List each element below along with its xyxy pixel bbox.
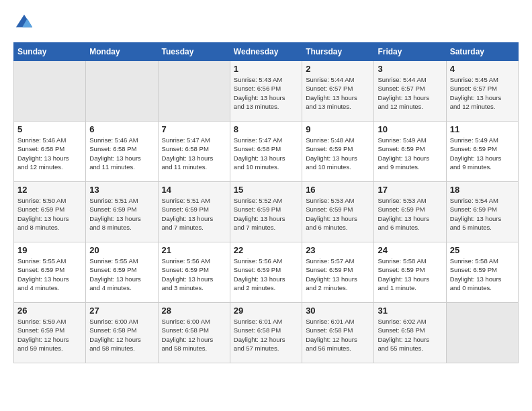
- day-info: Sunrise: 6:02 AM Sunset: 6:58 PM Dayligh…: [378, 317, 442, 353]
- day-number: 16: [306, 185, 370, 195]
- day-number: 11: [450, 124, 515, 134]
- day-number: 19: [17, 245, 82, 255]
- day-number: 5: [17, 124, 82, 134]
- day-number: 13: [89, 185, 154, 195]
- table-row: 28Sunrise: 6:00 AM Sunset: 6:58 PM Dayli…: [158, 303, 230, 363]
- day-info: Sunrise: 6:01 AM Sunset: 6:58 PM Dayligh…: [234, 317, 298, 353]
- day-number: 12: [17, 185, 82, 195]
- table-row: 6Sunrise: 5:46 AM Sunset: 6:58 PM Daylig…: [86, 122, 158, 182]
- table-row: 24Sunrise: 5:58 AM Sunset: 6:59 PM Dayli…: [374, 242, 446, 303]
- table-row: 10Sunrise: 5:49 AM Sunset: 6:59 PM Dayli…: [374, 122, 446, 182]
- calendar-week-4: 19Sunrise: 5:55 AM Sunset: 6:59 PM Dayli…: [14, 242, 519, 303]
- table-row: 16Sunrise: 5:53 AM Sunset: 6:59 PM Dayli…: [302, 182, 374, 242]
- day-number: 4: [450, 64, 515, 74]
- weekday-header-thursday: Thursday: [302, 43, 374, 61]
- table-row: [86, 61, 158, 122]
- day-info: Sunrise: 5:55 AM Sunset: 6:59 PM Dayligh…: [89, 257, 154, 292]
- day-info: Sunrise: 5:54 AM Sunset: 6:59 PM Dayligh…: [450, 196, 515, 232]
- table-row: 17Sunrise: 5:53 AM Sunset: 6:59 PM Dayli…: [374, 182, 446, 242]
- table-row: 21Sunrise: 5:56 AM Sunset: 6:59 PM Dayli…: [158, 242, 230, 303]
- day-number: 15: [234, 185, 298, 195]
- weekday-header-sunday: Sunday: [14, 43, 86, 61]
- table-row: 5Sunrise: 5:46 AM Sunset: 6:58 PM Daylig…: [14, 122, 86, 182]
- logo-icon: [15, 13, 34, 32]
- day-info: Sunrise: 5:51 AM Sunset: 6:59 PM Dayligh…: [162, 196, 226, 232]
- day-info: Sunrise: 5:46 AM Sunset: 6:58 PM Dayligh…: [17, 136, 82, 171]
- calendar-week-5: 26Sunrise: 5:59 AM Sunset: 6:59 PM Dayli…: [14, 303, 519, 363]
- weekday-header-row: SundayMondayTuesdayWednesdayThursdayFrid…: [14, 43, 519, 61]
- weekday-header-monday: Monday: [86, 43, 158, 61]
- day-info: Sunrise: 5:45 AM Sunset: 6:57 PM Dayligh…: [450, 75, 515, 111]
- day-info: Sunrise: 5:53 AM Sunset: 6:59 PM Dayligh…: [378, 196, 442, 232]
- weekday-header-friday: Friday: [374, 43, 446, 61]
- day-number: 30: [306, 306, 370, 316]
- day-info: Sunrise: 5:43 AM Sunset: 6:56 PM Dayligh…: [234, 75, 298, 111]
- day-info: Sunrise: 5:46 AM Sunset: 6:58 PM Dayligh…: [89, 136, 154, 171]
- day-number: 21: [162, 245, 226, 255]
- day-info: Sunrise: 5:44 AM Sunset: 6:57 PM Dayligh…: [378, 75, 442, 111]
- weekday-header-saturday: Saturday: [446, 43, 518, 61]
- table-row: 20Sunrise: 5:55 AM Sunset: 6:59 PM Dayli…: [86, 242, 158, 303]
- day-number: 3: [378, 64, 442, 74]
- table-row: 15Sunrise: 5:52 AM Sunset: 6:59 PM Dayli…: [230, 182, 302, 242]
- logo: [13, 13, 34, 36]
- day-number: 10: [378, 124, 442, 134]
- table-row: 7Sunrise: 5:47 AM Sunset: 6:58 PM Daylig…: [158, 122, 230, 182]
- table-row: 4Sunrise: 5:45 AM Sunset: 6:57 PM Daylig…: [446, 61, 518, 122]
- day-info: Sunrise: 5:56 AM Sunset: 6:59 PM Dayligh…: [162, 257, 226, 292]
- table-row: [446, 303, 518, 363]
- table-row: 3Sunrise: 5:44 AM Sunset: 6:57 PM Daylig…: [374, 61, 446, 122]
- table-row: 27Sunrise: 6:00 AM Sunset: 6:58 PM Dayli…: [86, 303, 158, 363]
- day-number: 29: [234, 306, 298, 316]
- day-info: Sunrise: 5:47 AM Sunset: 6:58 PM Dayligh…: [162, 136, 226, 171]
- day-info: Sunrise: 5:52 AM Sunset: 6:59 PM Dayligh…: [234, 196, 298, 232]
- table-row: 14Sunrise: 5:51 AM Sunset: 6:59 PM Dayli…: [158, 182, 230, 242]
- calendar-table: SundayMondayTuesdayWednesdayThursdayFrid…: [13, 42, 519, 363]
- day-number: 1: [234, 64, 298, 74]
- calendar-week-2: 5Sunrise: 5:46 AM Sunset: 6:58 PM Daylig…: [14, 122, 519, 182]
- day-number: 7: [162, 124, 226, 134]
- day-info: Sunrise: 6:01 AM Sunset: 6:58 PM Dayligh…: [306, 317, 370, 353]
- table-row: 25Sunrise: 5:58 AM Sunset: 6:59 PM Dayli…: [446, 242, 518, 303]
- day-info: Sunrise: 5:47 AM Sunset: 6:58 PM Dayligh…: [234, 136, 298, 171]
- day-number: 8: [234, 124, 298, 134]
- weekday-header-wednesday: Wednesday: [230, 43, 302, 61]
- day-number: 9: [306, 124, 370, 134]
- day-info: Sunrise: 5:48 AM Sunset: 6:59 PM Dayligh…: [306, 136, 370, 171]
- weekday-header-tuesday: Tuesday: [158, 43, 230, 61]
- table-row: 29Sunrise: 6:01 AM Sunset: 6:58 PM Dayli…: [230, 303, 302, 363]
- table-row: 11Sunrise: 5:49 AM Sunset: 6:59 PM Dayli…: [446, 122, 518, 182]
- day-number: 17: [378, 185, 442, 195]
- day-number: 26: [17, 306, 82, 316]
- calendar-week-1: 1Sunrise: 5:43 AM Sunset: 6:56 PM Daylig…: [14, 61, 519, 122]
- page-header: [13, 13, 519, 36]
- day-info: Sunrise: 5:58 AM Sunset: 6:59 PM Dayligh…: [450, 257, 515, 292]
- day-info: Sunrise: 5:55 AM Sunset: 6:59 PM Dayligh…: [17, 257, 82, 292]
- day-number: 23: [306, 245, 370, 255]
- table-row: 23Sunrise: 5:57 AM Sunset: 6:59 PM Dayli…: [302, 242, 374, 303]
- day-number: 18: [450, 185, 515, 195]
- day-info: Sunrise: 5:57 AM Sunset: 6:59 PM Dayligh…: [306, 257, 370, 292]
- table-row: 12Sunrise: 5:50 AM Sunset: 6:59 PM Dayli…: [14, 182, 86, 242]
- day-number: 14: [162, 185, 226, 195]
- day-number: 22: [234, 245, 298, 255]
- table-row: 26Sunrise: 5:59 AM Sunset: 6:59 PM Dayli…: [14, 303, 86, 363]
- table-row: 30Sunrise: 6:01 AM Sunset: 6:58 PM Dayli…: [302, 303, 374, 363]
- table-row: 18Sunrise: 5:54 AM Sunset: 6:59 PM Dayli…: [446, 182, 518, 242]
- day-info: Sunrise: 6:00 AM Sunset: 6:58 PM Dayligh…: [162, 317, 226, 353]
- day-number: 20: [89, 245, 154, 255]
- day-info: Sunrise: 5:50 AM Sunset: 6:59 PM Dayligh…: [17, 196, 82, 232]
- day-info: Sunrise: 5:56 AM Sunset: 6:59 PM Dayligh…: [234, 257, 298, 292]
- table-row: 1Sunrise: 5:43 AM Sunset: 6:56 PM Daylig…: [230, 61, 302, 122]
- table-row: 9Sunrise: 5:48 AM Sunset: 6:59 PM Daylig…: [302, 122, 374, 182]
- day-info: Sunrise: 5:58 AM Sunset: 6:59 PM Dayligh…: [378, 257, 442, 292]
- day-info: Sunrise: 5:53 AM Sunset: 6:59 PM Dayligh…: [306, 196, 370, 232]
- table-row: 22Sunrise: 5:56 AM Sunset: 6:59 PM Dayli…: [230, 242, 302, 303]
- day-number: 2: [306, 64, 370, 74]
- day-number: 6: [89, 124, 154, 134]
- day-number: 25: [450, 245, 515, 255]
- day-number: 28: [162, 306, 226, 316]
- table-row: [14, 61, 86, 122]
- table-row: 31Sunrise: 6:02 AM Sunset: 6:58 PM Dayli…: [374, 303, 446, 363]
- day-info: Sunrise: 5:44 AM Sunset: 6:57 PM Dayligh…: [306, 75, 370, 111]
